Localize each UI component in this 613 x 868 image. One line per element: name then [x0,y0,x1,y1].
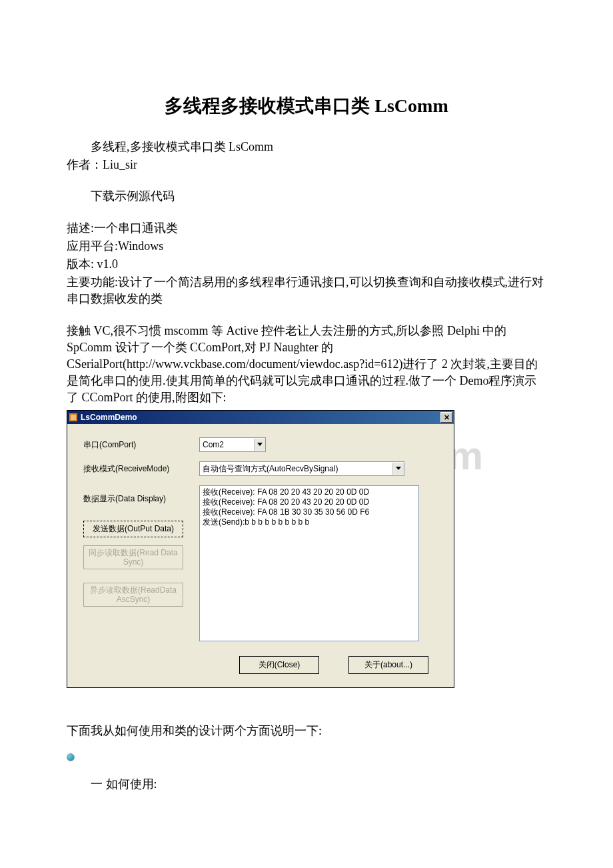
label-display: 数据显示(Data Display) [83,493,199,505]
paragraph: 接触 VC,很不习惯 mscomm 等 Active 控件老让人去注册的方式,所… [67,323,546,407]
intro-line: 多线程,多接收模式串口类 LsComm [67,139,546,155]
app-icon [69,413,78,422]
chevron-down-icon[interactable] [254,439,265,451]
list-item: 接收(Receive): FA 08 20 20 43 20 20 20 0D … [203,497,416,507]
read-async-button: 异步读取数据(ReadData AscSync) [83,583,183,607]
chevron-down-icon[interactable] [392,463,404,475]
combo-comport[interactable]: Com2 [199,437,266,452]
page-title: 多线程多接收模式串口类 LsComm [67,93,546,119]
paragraph: 下面我从如何使用和类的设计两个方面说明一下: [67,723,546,739]
desc-line: 版本: v1.0 [67,256,546,273]
data-listbox[interactable]: 接收(Receive): FA 08 20 20 43 20 20 20 0D … [199,485,419,641]
svg-marker-3 [396,467,401,470]
output-data-button[interactable]: 发送数据(OutPut Data) [83,521,183,537]
desc-line: 应用平台:Windows [67,238,546,255]
window-title: LsCommDemo [81,413,440,422]
list-item: 接收(Receive): FA 08 1B 30 30 35 30 56 0D … [203,507,416,517]
label-comport: 串口(ComPort) [83,439,199,451]
read-sync-button: 同步读取数据(Read Data Sync) [83,545,183,569]
svg-marker-2 [257,443,263,446]
close-icon[interactable]: ✕ [440,412,452,423]
close-button[interactable]: 关闭(Close) [239,656,319,674]
list-item: 接收(Receive): FA 08 20 20 43 20 20 20 0D … [203,487,416,497]
about-button[interactable]: 关于(about...) [348,656,428,674]
list-item: 发送(Send):b b b b b b b b b b [203,517,416,527]
download-link[interactable]: 下载示例源代码 [67,188,546,205]
desc-line: 描述:一个串口通讯类 [67,220,546,237]
author-line: 作者：Liu_sir [67,157,546,173]
combo-recvmode-value: 自动信号查询方式(AutoRecvBySignal) [200,463,392,475]
titlebar: LsCommDemo ✕ [67,411,454,424]
bullet-icon [67,753,75,761]
combo-recvmode[interactable]: 自动信号查询方式(AutoRecvBySignal) [199,461,404,476]
section-heading: 一 如何使用: [67,776,546,793]
svg-rect-1 [71,415,76,420]
combo-comport-value: Com2 [200,440,254,449]
label-recvmode: 接收模式(ReceiveMode) [83,463,199,475]
desc-line: 主要功能:设计了一个简洁易用的多线程串行通讯接口,可以切换查询和自动接收模式,进… [67,274,546,307]
dialog-window: LsCommDemo ✕ 串口(ComPort) Com2 接收模式(Recei… [67,410,454,688]
